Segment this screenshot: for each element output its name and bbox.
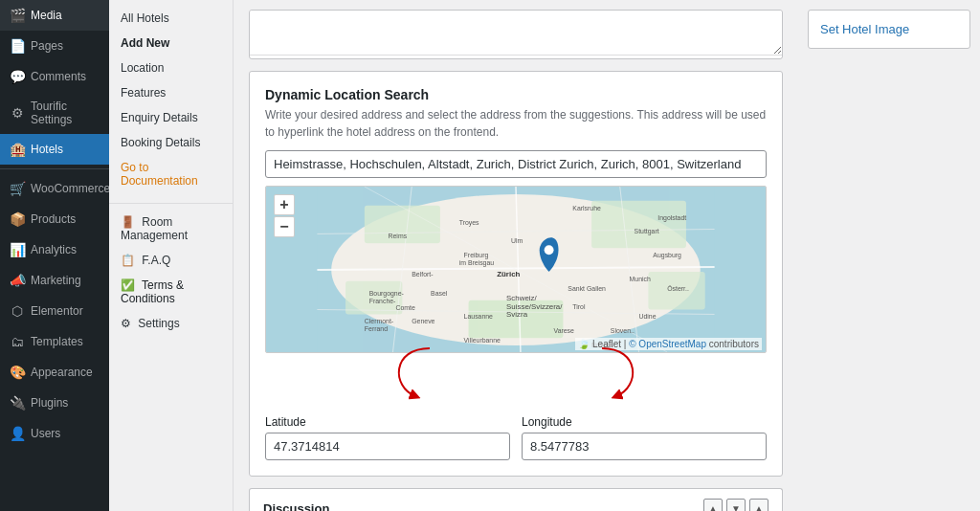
svg-text:Zürich: Zürich (497, 270, 520, 278)
contributors-text: contributors (709, 339, 759, 349)
map-svg: Reims Karlsruhe Stuttgart Augsburg Ingol… (266, 187, 766, 352)
map-zoom-controls: + − (274, 194, 295, 237)
sub-nav-room-management[interactable]: 🚪 Room Management (109, 210, 233, 248)
svg-text:Reims: Reims (389, 233, 408, 239)
discussion-collapse-down-button[interactable]: ▼ (726, 499, 746, 511)
plugins-icon: 🔌 (10, 395, 25, 411)
right-panel: Set Hotel Image (798, 0, 980, 511)
sidebar: 🎬 Media 📄 Pages 💬 Comments ⚙ Tourific Se… (0, 0, 109, 511)
latitude-group: Latitude (265, 415, 510, 460)
sub-nav-features[interactable]: Features (109, 80, 233, 105)
sub-nav-faq[interactable]: 📋 F.A.Q (109, 248, 233, 273)
sub-nav-booking-details[interactable]: Booking Details (109, 130, 233, 155)
svg-text:Geneve: Geneve (412, 318, 434, 324)
svg-text:Stuttgart: Stuttgart (635, 228, 659, 235)
products-icon: 📦 (10, 211, 25, 227)
sub-nav-location[interactable]: Location (109, 56, 233, 80)
latitude-input[interactable] (265, 433, 510, 460)
sidebar-item-marketing[interactable]: 📣 Marketing (0, 265, 109, 296)
svg-text:Troyes: Troyes (459, 219, 479, 227)
lat-lng-row: Latitude Longitude (265, 415, 767, 460)
svg-text:Karlsruhe: Karlsruhe (572, 205, 601, 211)
appearance-icon: 🎨 (10, 365, 25, 380)
sidebar-item-comments[interactable]: 💬 Comments (0, 61, 109, 92)
svg-text:Sankt Gallen: Sankt Gallen (568, 285, 606, 292)
sidebar-item-analytics[interactable]: 📊 Analytics (0, 234, 109, 265)
sub-nav-enquiry-details[interactable]: Enquiry Details (109, 105, 233, 130)
svg-text:Basel: Basel (431, 290, 448, 297)
dynamic-location-card: Dynamic Location Search Write your desir… (249, 71, 783, 477)
svg-text:Munich: Munich (630, 276, 651, 282)
location-search-input[interactable] (265, 150, 767, 178)
discussion-collapse-up-button[interactable]: ▲ (703, 499, 723, 511)
sidebar-item-tourific-settings[interactable]: ⚙ Tourific Settings (0, 92, 109, 134)
svg-text:Ingolstadt: Ingolstadt (657, 214, 686, 222)
woocommerce-icon: 🛒 (10, 181, 25, 196)
map-background: Reims Karlsruhe Stuttgart Augsburg Ingol… (266, 187, 766, 352)
svg-text:Belfort-: Belfort- (412, 271, 433, 278)
main-content: Dynamic Location Search Write your desir… (234, 0, 798, 511)
map-container: Reims Karlsruhe Stuttgart Augsburg Ingol… (265, 186, 767, 353)
sidebar-item-appearance[interactable]: 🎨 Appearance (0, 357, 109, 388)
room-management-icon: 🚪 (121, 215, 135, 229)
svg-text:Varese: Varese (554, 327, 575, 334)
latitude-label: Latitude (265, 415, 510, 429)
dynamic-location-title: Dynamic Location Search (265, 87, 767, 102)
svg-text:Augsburg: Augsburg (653, 252, 681, 259)
sub-nav-doc-link[interactable]: Go to Documentation (109, 155, 233, 193)
content-textarea-card (249, 10, 783, 59)
sidebar-item-plugins[interactable]: 🔌 Plugins (0, 388, 109, 418)
media-icon: 🎬 (10, 8, 25, 23)
hotels-icon: 🏨 (10, 142, 25, 157)
sub-nav-add-new[interactable]: Add New (109, 31, 233, 56)
content-textarea[interactable] (250, 11, 782, 56)
svg-text:Österr..: Österr.. (667, 285, 689, 292)
openstreetmap-link[interactable]: © OpenStreetMap (629, 339, 706, 349)
dynamic-location-inner: Dynamic Location Search Write your desir… (250, 72, 782, 476)
discussion-card: Discussion ▲ ▼ ▲ Allow comments Allow tr… (249, 488, 783, 511)
map-pin-center (545, 245, 554, 255)
discussion-title: Discussion (263, 501, 329, 512)
sub-nav-settings[interactable]: ⚙ Settings (109, 311, 233, 336)
sidebar-item-elementor[interactable]: ⬡ Elementor (0, 296, 109, 326)
pages-icon: 📄 (10, 38, 25, 54)
arrows-indicator (265, 363, 767, 415)
svg-text:Lausanne: Lausanne (464, 313, 493, 320)
sidebar-item-pages[interactable]: 📄 Pages (0, 31, 109, 61)
map-attribution: 🍃 Leaflet | © OpenStreetMap contributors (575, 338, 762, 350)
longitude-label: Longitude (522, 415, 767, 429)
users-icon: 👤 (10, 426, 25, 441)
tourific-icon: ⚙ (10, 105, 25, 121)
sidebar-item-products[interactable]: 📦 Products (0, 204, 109, 234)
svg-text:Sloven..: Sloven.. (611, 327, 635, 334)
comments-icon: 💬 (10, 69, 25, 84)
templates-icon: 🗂 (10, 334, 25, 349)
sidebar-item-hotels[interactable]: 🏨 Hotels (0, 134, 109, 165)
longitude-input[interactable] (522, 433, 767, 460)
sub-nav-terms-conditions[interactable]: ✅ Terms & Conditions (109, 273, 233, 311)
svg-text:Tirol: Tirol (572, 304, 586, 311)
map-zoom-in-button[interactable]: + (274, 194, 295, 215)
svg-text:Udine: Udine (639, 313, 657, 320)
map-zoom-out-button[interactable]: − (274, 216, 295, 237)
leaflet-text: 🍃 Leaflet (578, 339, 621, 349)
discussion-close-button[interactable]: ▲ (749, 499, 768, 511)
faq-icon: 📋 (121, 254, 135, 267)
sub-nav-all-hotels[interactable]: All Hotels (109, 6, 233, 31)
sidebar-item-media[interactable]: 🎬 Media (0, 0, 109, 31)
discussion-controls: ▲ ▼ ▲ (703, 499, 768, 511)
dynamic-location-desc: Write your desired address and select th… (265, 106, 767, 141)
marketing-icon: 📣 (10, 273, 25, 288)
sidebar-item-templates[interactable]: 🗂 Templates (0, 326, 109, 357)
sidebar-item-users[interactable]: 👤 Users (0, 418, 109, 449)
sidebar-item-woocommerce[interactable]: 🛒 WooCommerce (0, 173, 109, 204)
svg-rect-3 (591, 201, 686, 248)
analytics-icon: 📊 (10, 242, 25, 257)
settings-icon: ⚙ (121, 317, 131, 330)
terms-icon: ✅ (121, 278, 135, 292)
elementor-icon: ⬡ (10, 303, 25, 319)
sub-sidebar: All Hotels Add New Location Features Enq… (109, 0, 234, 511)
set-hotel-image-card: Set Hotel Image (808, 10, 970, 49)
svg-text:Ulm: Ulm (511, 237, 523, 244)
set-hotel-image-link[interactable]: Set Hotel Image (820, 22, 958, 36)
